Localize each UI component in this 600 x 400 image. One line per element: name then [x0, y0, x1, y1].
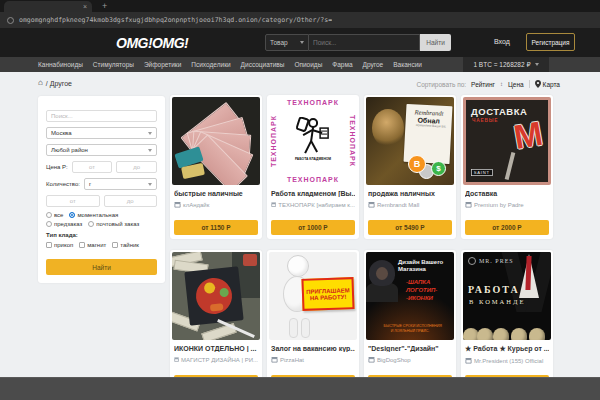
nav-item-dissociatives[interactable]: Диссоциативы [241, 61, 285, 68]
btc-rate-selector[interactable]: 1 BTC = 1268282 ₽ [463, 57, 549, 72]
invite-sign-text: ПРИГЛАШАЕМ НА РАБОТУ! [306, 286, 351, 301]
product-card[interactable]: ТЕХНОПАРК ТЕХНОПАРК ТЕХНОПАРК ТЕХНОПАРК [267, 95, 359, 239]
nav-item-opioids[interactable]: Опиоиды [294, 61, 322, 68]
sort-label: Сортировать по: [416, 81, 466, 88]
price-button[interactable]: от 2000 Р [465, 220, 549, 235]
nav-item-euphoretics[interactable]: Эйфоретики [144, 61, 181, 68]
login-link[interactable]: Вход [494, 38, 510, 45]
product-image-president[interactable]: MR. PRES РАБОТА В КОМАНДЕ [463, 252, 551, 340]
product-image-delivery[interactable]: ДОСТАВКА ЧАЕВЫЕ М SAINT [463, 97, 551, 185]
product-image-collage[interactable] [172, 252, 260, 340]
checkbox-stash-label: тайник [120, 242, 139, 248]
technopark-text: ТЕХНОПАРК [349, 115, 356, 167]
radio-all[interactable]: все [46, 212, 63, 218]
product-card[interactable]: Rembrandt Обнал обменяем Ваши btc B $ пр… [364, 95, 456, 239]
new-tab-button[interactable]: + [102, 2, 107, 12]
product-card[interactable]: ДОСТАВКА ЧАЕВЫЕ М SAINT Доставка Premium… [461, 95, 553, 239]
register-button[interactable]: Регистрация [526, 33, 575, 51]
sort-by-rating[interactable]: Рейтинг [471, 81, 495, 88]
nav-item-psychedelics[interactable]: Психоделики [191, 61, 230, 68]
product-seller[interactable]: клАндайк [174, 201, 258, 208]
product-card[interactable]: Дизайн Вашего Магазина -ШАПКА ЛОГОТИП- -… [364, 250, 456, 394]
product-card[interactable]: быстрые наличные клАндайк от 1150 Р [170, 95, 262, 239]
unit-select[interactable]: г [84, 178, 157, 190]
price-button[interactable]: от 5490 Р [368, 220, 452, 235]
sort-direction-icon[interactable]: ↕ [500, 81, 503, 87]
price-to-input[interactable] [116, 161, 157, 173]
product-image-technopark[interactable]: ТЕХНОПАРК ТЕХНОПАРК ТЕХНОПАРК ТЕХНОПАРК [269, 97, 357, 185]
browser-url-bar[interactable]: omgomgnghdfpkneeg74kmob3dgsfxugjdbhpq2on… [0, 12, 600, 28]
checkbox-buried[interactable]: прикоп [46, 242, 73, 248]
art-board [184, 266, 243, 325]
district-select[interactable]: Любой район [46, 144, 157, 156]
product-seller[interactable]: Premium by Padre [465, 201, 549, 208]
nav-item-other[interactable]: Другое [363, 61, 384, 68]
product-card[interactable]: ПРИГЛАШАЕМ НА РАБОТУ! Залог на вакансию … [267, 250, 359, 394]
filter-search-input[interactable] [46, 110, 157, 122]
search-category-value: Товар [270, 39, 288, 46]
site-logo[interactable]: OMG!OMG! [116, 35, 188, 51]
breadcrumb-path: / Другое [46, 80, 72, 87]
product-seller[interactable]: BigDogShop [368, 356, 452, 363]
map-pin-icon [535, 80, 541, 88]
search-button[interactable]: Найти [420, 34, 451, 51]
browser-tab[interactable]: × [4, 1, 92, 12]
shop-icon [271, 356, 278, 363]
filter-submit-button[interactable]: Найти [46, 259, 157, 275]
radio-instant[interactable]: моментальная [69, 212, 118, 218]
figure-leg-shape [289, 318, 298, 338]
obnal-subtitle: обменяем Ваши btc [416, 123, 441, 128]
badge-icon [468, 257, 476, 265]
product-seller[interactable]: PizzaHat [271, 356, 355, 363]
product-image-rembrandt[interactable]: Rembrandt Обнал обменяем Ваши btc B $ [366, 97, 454, 185]
product-image-money[interactable] [172, 97, 260, 185]
radio-postal[interactable]: почтовый заказ [88, 221, 139, 227]
design-service-1: -ШАПКА [406, 278, 437, 286]
nav-item-jobs[interactable]: Вакансии [393, 61, 422, 68]
design-service-2: ЛОГОТИП- [406, 286, 437, 294]
quantity-to-input[interactable] [104, 195, 158, 207]
product-card[interactable]: ИКОНКИ ОТДЕЛЬНО | ... МАГИСТР ДИЗАЙНА | … [170, 250, 262, 394]
radio-preorder-label: предзаказ [54, 221, 82, 227]
product-image-designer[interactable]: Дизайн Вашего Магазина -ШАПКА ЛОГОТИП- -… [366, 252, 454, 340]
price-button[interactable]: от 1150 Р [174, 220, 258, 235]
design-footer-line2: И ЛОЯЛЬНЫЙ ПРАЙС. [384, 329, 437, 334]
courier-figure: РАБОТА КЛАДМЕНОМ [280, 117, 346, 163]
chevron-down-icon [300, 41, 304, 44]
price-from-input[interactable] [72, 161, 113, 173]
sort-by-price[interactable]: Цена [508, 81, 524, 88]
money-bag-shape [477, 328, 493, 340]
seller-name: BigDogShop [377, 357, 411, 363]
radio-preorder[interactable]: предзаказ [46, 221, 82, 227]
radio-instant-label: моментальная [77, 212, 118, 218]
home-icon[interactable]: ⌂ [38, 79, 43, 87]
seller-name: клАндайк [183, 202, 209, 208]
product-seller[interactable]: ТЕХНОПАРК [набираем к... [271, 201, 355, 208]
quantity-label: Количество: [46, 181, 80, 187]
checkbox-stash[interactable]: тайник [112, 242, 139, 248]
nav-item-cannabinoids[interactable]: Каннабиноиды [38, 61, 83, 68]
search-input[interactable] [309, 34, 420, 51]
product-image-invite[interactable]: ПРИГЛАШАЕМ НА РАБОТУ! [269, 252, 357, 340]
taskbar[interactable] [0, 377, 600, 400]
site-info-icon[interactable] [7, 17, 14, 24]
product-card[interactable]: MR. PRES РАБОТА В КОМАНДЕ ★ Работа ★ Кур… [461, 250, 553, 394]
cartoon-blob [210, 303, 224, 311]
search-category-select[interactable]: Товар [265, 34, 309, 51]
product-seller[interactable]: Mr.President (155) Official [465, 357, 549, 364]
url-text[interactable]: omgomgnghdfpkneeg74kmob3dgsfxugjdbhpq2on… [19, 16, 332, 24]
map-link[interactable]: Карта [535, 80, 560, 88]
quantity-from-input[interactable] [46, 195, 100, 207]
technopark-caption: РАБОТА КЛАДМЕНОМ [295, 157, 331, 160]
product-seller[interactable]: Rembrandt Mall [368, 201, 452, 208]
nav-item-stimulants[interactable]: Стимуляторы [93, 61, 134, 68]
nav-item-pharma[interactable]: Фарма [332, 61, 352, 68]
checkbox-magnet[interactable]: магнит [79, 242, 106, 248]
map-link-label: Карта [543, 81, 560, 88]
dollar-coin-icon: $ [431, 161, 446, 176]
tab-close-icon[interactable]: × [83, 3, 87, 10]
city-select[interactable]: Москва [46, 127, 157, 139]
product-seller[interactable]: МАГИСТР ДИЗАЙНА | РИ... [174, 356, 258, 363]
delivery-subtitle: ЧАЕВЫЕ [472, 118, 498, 123]
price-button[interactable]: от 1000 Р [271, 220, 355, 235]
